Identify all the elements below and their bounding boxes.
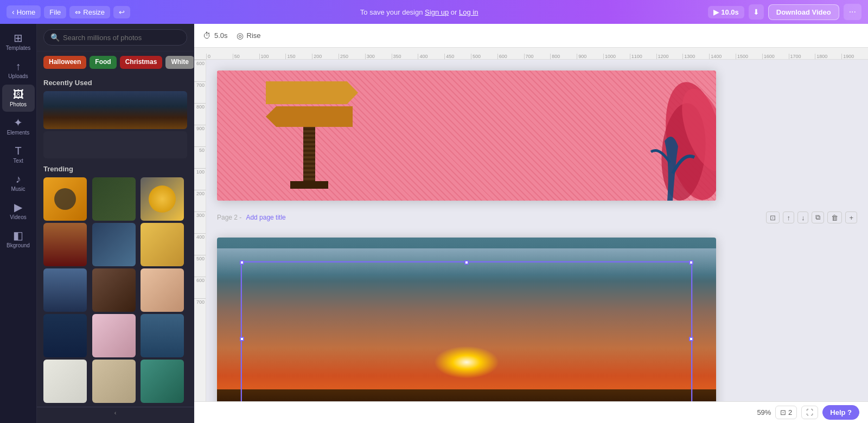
trending-thumb-10[interactable] — [43, 314, 87, 357]
topbar-center: To save your design Sign up or Log in — [135, 8, 704, 16]
help-button[interactable]: Help ? — [822, 405, 859, 420]
page2[interactable] — [217, 238, 716, 401]
animation-control[interactable]: ◎ Rise — [237, 31, 261, 41]
ruler-mark-200: 200 — [312, 54, 339, 59]
collapse-panel-button[interactable]: ‹ — [37, 407, 194, 418]
trending-thumb-3[interactable] — [141, 177, 184, 221]
trending-thumb-7[interactable] — [43, 268, 87, 312]
ruler-mark-1400: 1400 — [709, 54, 736, 59]
recently-used-title: Recently Used — [43, 79, 187, 87]
page2-actions: ⊡ ↑ ↓ ⧉ 🗑 + — [766, 211, 857, 223]
save-text: To save your design — [360, 8, 423, 16]
ruler-mark-1200: 1200 — [656, 54, 683, 59]
trending-thumb-4[interactable] — [43, 223, 87, 266]
home-button[interactable]: ‹ Home — [7, 5, 41, 18]
sidebar-icons: ⊞ Templates ↑ Uploads 🖼 Photos ✦ Element… — [0, 24, 37, 423]
trending-thumb-9[interactable] — [141, 268, 184, 312]
page1-background — [217, 70, 716, 201]
recent-thumb-2[interactable] — [43, 131, 187, 158]
trending-thumb-12[interactable] — [141, 314, 184, 357]
page2-expand-button[interactable]: ⊡ — [766, 211, 780, 223]
trending-thumb-14[interactable] — [92, 360, 136, 403]
trending-thumb-15[interactable] — [141, 360, 184, 403]
tag-halloween[interactable]: Halloween — [43, 56, 86, 69]
trending-thumb-5[interactable] — [92, 223, 136, 266]
trending-thumb-2[interactable] — [92, 177, 136, 221]
search-input-container[interactable]: 🔍 — [43, 29, 187, 46]
ruler-left-500: 500 — [194, 255, 206, 277]
ruler-mark-1000: 1000 — [603, 54, 630, 59]
trending-thumb-8[interactable] — [92, 268, 136, 312]
duration-control[interactable]: ⏱ 5.0s — [203, 31, 228, 40]
bottombar: 59% ⊡ 2 ⛶ Help ? — [194, 401, 868, 423]
add-page-title-link[interactable]: Add page title — [246, 214, 285, 221]
page2-label-row: Page 2 - Add page title ⊡ ↑ ↓ ⧉ 🗑 + — [217, 211, 857, 223]
trending-thumb-1[interactable] — [43, 177, 87, 221]
music-label: Music — [11, 186, 25, 192]
page2-container — [217, 238, 857, 401]
ruler-mark-50: 50 — [233, 54, 259, 59]
undo-button[interactable]: ↩ — [113, 6, 130, 18]
page2-up-button[interactable]: ↑ — [783, 211, 794, 223]
file-label: File — [49, 8, 61, 16]
background-icon: ◧ — [13, 230, 23, 241]
collapse-icon: ‹ — [114, 409, 117, 416]
photos-icon: 🖼 — [13, 89, 24, 100]
ruler-left-marks: 600 700 800 900 50 100 200 300 400 500 6… — [194, 60, 206, 320]
ruler-mark-600: 600 — [497, 54, 524, 59]
ruler-left-700: 700 — [194, 81, 206, 103]
tag-food[interactable]: Food — [90, 56, 116, 69]
handle-tl[interactable] — [240, 260, 244, 265]
sidebar-item-music[interactable]: ♪ Music — [2, 169, 35, 196]
more-options-button[interactable]: ··· — [844, 4, 861, 20]
page2-delete-button[interactable]: 🗑 — [827, 211, 842, 223]
handle-ml[interactable] — [240, 337, 244, 341]
topbar: ‹ Home File ⇔ Resize ↩ To save your desi… — [0, 0, 868, 24]
sidebar-item-background[interactable]: ◧ Bkground — [2, 226, 35, 253]
pages-count-button[interactable]: ⊡ 2 — [775, 406, 797, 419]
background-label: Bkground — [7, 242, 30, 248]
trending-thumb-6[interactable] — [141, 223, 184, 266]
page2-background — [217, 238, 716, 401]
sidebar-item-text[interactable]: T Text — [2, 141, 35, 168]
resize-button[interactable]: ⇔ Resize — [69, 6, 110, 18]
handle-tc[interactable] — [464, 260, 469, 265]
tag-white[interactable]: White — [165, 56, 194, 69]
signup-link[interactable]: Sign up — [425, 8, 449, 16]
canvas-scroll-area[interactable]: 600 700 800 900 50 100 200 300 400 500 6… — [194, 60, 868, 401]
trending-thumb-13[interactable] — [43, 360, 87, 403]
tag-christmas[interactable]: Christmas — [120, 56, 163, 69]
ruler-left-400: 400 — [194, 233, 206, 255]
selection-rect[interactable] — [241, 261, 692, 401]
ruler-left-600: 600 — [194, 60, 206, 81]
sidebar-item-templates[interactable]: ⊞ Templates — [2, 28, 35, 55]
search-input[interactable] — [63, 34, 180, 42]
ruler-left-700b: 700 — [194, 298, 206, 320]
topbar-left: ‹ Home File ⇔ Resize ↩ — [7, 5, 130, 18]
trending-thumb-11[interactable] — [92, 314, 136, 357]
page2-duplicate-button[interactable]: ⧉ — [812, 211, 824, 223]
ruler-mark-700: 700 — [524, 54, 551, 59]
file-button[interactable]: File — [44, 6, 66, 18]
ruler-mark-450: 450 — [444, 54, 471, 59]
page1[interactable] — [217, 70, 716, 201]
sidebar-item-videos[interactable]: ▶ Videos — [2, 197, 35, 225]
fullscreen-button[interactable]: ⛶ — [801, 406, 818, 419]
download-video-label: Download Video — [776, 8, 831, 16]
download-video-button[interactable]: Download Video — [768, 4, 839, 20]
ruler-left-900: 900 — [194, 125, 206, 146]
recent-thumb-1[interactable] — [43, 91, 187, 129]
duration-value: 10.0s — [721, 8, 739, 16]
download-icon-button[interactable]: ⬇ — [749, 4, 764, 20]
login-link[interactable]: Log in — [459, 8, 478, 16]
text-label: Text — [13, 158, 23, 164]
sidebar-item-uploads[interactable]: ↑ Uploads — [2, 56, 35, 84]
page2-down-button[interactable]: ↓ — [797, 211, 809, 223]
ruler-mark-1100: 1100 — [630, 54, 656, 59]
sidebar-item-photos[interactable]: 🖼 Photos — [2, 85, 35, 112]
sidebar-item-elements[interactable]: ✦ Elements — [2, 113, 35, 140]
page2-add-button[interactable]: + — [845, 211, 857, 223]
sign-post — [303, 127, 315, 181]
handle-tr[interactable] — [689, 260, 693, 265]
handle-mr[interactable] — [689, 337, 693, 341]
